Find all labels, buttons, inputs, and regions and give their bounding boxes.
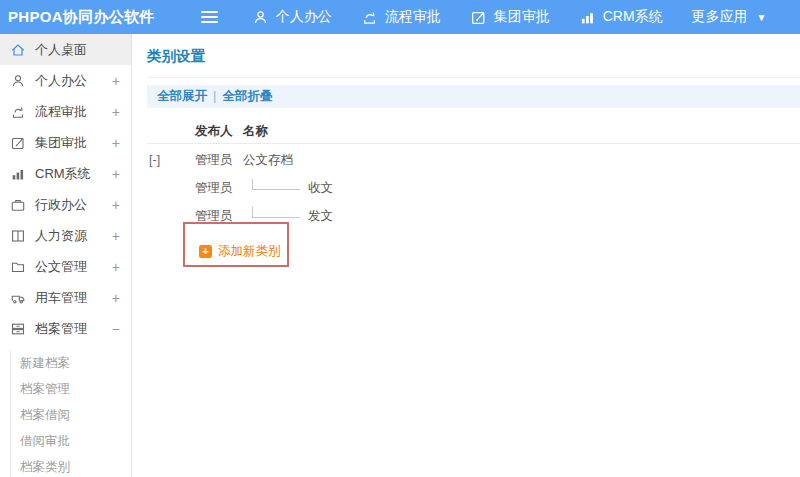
expand-plus-icon[interactable]: +: [112, 136, 120, 150]
expand-plus-icon[interactable]: +: [112, 260, 120, 274]
person-icon: [10, 73, 26, 89]
sidebar: 个人桌面 个人办公 + 流程审批 + 集团审批: [0, 34, 132, 477]
edit-icon: [10, 135, 26, 151]
expand-plus-icon[interactable]: +: [112, 167, 120, 181]
top-bar: PHPOA协同办公软件 个人办公 流程审批 集团审批: [0, 0, 800, 34]
folder-icon: [10, 259, 26, 275]
category-name-label: 发文: [308, 208, 333, 225]
tree-branch-line: [252, 179, 300, 190]
category-name-cell: 收文: [243, 180, 333, 197]
sidebar-item-label: 公文管理: [35, 258, 87, 276]
collapse-toggle[interactable]: [-]: [147, 153, 195, 167]
tree-branch-line: [252, 207, 300, 218]
hamburger-menu-icon[interactable]: [201, 11, 218, 23]
toolbar: 全部展开 | 全部折叠: [147, 85, 800, 108]
caret-down-icon: ▼: [757, 12, 767, 23]
nav-label: 个人办公: [276, 8, 332, 26]
book-icon: [10, 228, 26, 244]
sidebar-subitem-archive-category[interactable]: 档案类别: [20, 454, 131, 477]
sidebar-item-label: 集团审批: [35, 134, 87, 152]
category-name-cell: 公文存档: [243, 152, 293, 169]
sidebar-item-label: CRM系统: [35, 165, 91, 183]
nav-label: CRM系统: [603, 8, 663, 26]
nav-personal-office[interactable]: 个人办公: [252, 8, 332, 26]
top-nav: 个人办公 流程审批 集团审批 CRM系统 更多应用: [252, 8, 767, 26]
edit-icon: [470, 9, 487, 26]
sidebar-item-group-approval[interactable]: 集团审批 +: [0, 127, 131, 158]
home-icon: [10, 42, 26, 58]
plus-icon: +: [199, 245, 212, 258]
sidebar-item-label: 行政办公: [35, 196, 87, 214]
sidebar-item-label: 用车管理: [35, 289, 87, 307]
app-logo: PHPOA协同办公软件: [8, 8, 155, 27]
nav-label: 流程审批: [385, 8, 441, 26]
sidebar-item-document-management[interactable]: 公文管理 +: [0, 251, 131, 282]
car-icon: [10, 290, 26, 306]
sidebar-subitem-borrow-approval[interactable]: 借阅审批: [20, 428, 131, 454]
sidebar-item-label: 流程审批: [35, 103, 87, 121]
toolbar-separator: |: [213, 89, 216, 103]
nav-group-approval[interactable]: 集团审批: [470, 8, 550, 26]
nav-label: 集团审批: [494, 8, 550, 26]
sidebar-item-human-resources[interactable]: 人力资源 +: [0, 220, 131, 251]
publisher-cell: 管理员: [195, 180, 243, 197]
sidebar-item-archive-management[interactable]: 档案管理 −: [0, 313, 131, 344]
expand-plus-icon[interactable]: +: [112, 198, 120, 212]
category-name-label: 收文: [308, 180, 333, 197]
flow-icon: [361, 9, 378, 26]
category-table: 发布人 名称 [-] 管理员 公文存档 管理员 收文: [147, 120, 800, 230]
chart-icon: [579, 9, 596, 26]
collapse-all-link[interactable]: 全部折叠: [222, 88, 272, 105]
sidebar-item-label: 个人办公: [35, 72, 87, 90]
app-window: PHPOA协同办公软件 个人办公 流程审批 集团审批: [0, 0, 800, 477]
expand-plus-icon[interactable]: +: [112, 229, 120, 243]
sidebar-subitem-archive-borrow[interactable]: 档案借阅: [20, 402, 131, 428]
expand-plus-icon[interactable]: +: [112, 291, 120, 305]
nav-process-approval[interactable]: 流程审批: [361, 8, 441, 26]
sidebar-subitem-new-archive[interactable]: 新建档案: [20, 350, 131, 376]
briefcase-icon: [10, 197, 26, 213]
table-row: 管理员 发文: [147, 202, 800, 230]
sidebar-submenu-archive: 新建档案 档案管理 档案借阅 借阅审批 档案类别: [10, 350, 131, 477]
nav-label: 更多应用: [692, 8, 748, 26]
person-icon: [252, 9, 269, 26]
sidebar-item-label: 人力资源: [35, 227, 87, 245]
add-category-label: 添加新类别: [218, 243, 281, 260]
title-divider: [147, 77, 800, 78]
sidebar-item-personal-office[interactable]: 个人办公 +: [0, 65, 131, 96]
sidebar-item-label: 个人桌面: [35, 41, 87, 59]
table-row: [-] 管理员 公文存档: [147, 146, 800, 174]
sidebar-item-label: 档案管理: [35, 320, 87, 338]
collapse-minus-icon[interactable]: −: [112, 322, 120, 336]
expand-plus-icon[interactable]: +: [112, 74, 120, 88]
expand-plus-icon[interactable]: +: [112, 105, 120, 119]
name-column-header: 名称: [243, 123, 268, 140]
nav-more-apps[interactable]: 更多应用 ▼: [692, 8, 767, 26]
publisher-cell: 管理员: [195, 208, 243, 225]
add-category-button[interactable]: + 添加新类别: [199, 243, 281, 260]
sidebar-subitem-archive-management[interactable]: 档案管理: [20, 376, 131, 402]
table-row: 管理员 收文: [147, 174, 800, 202]
category-name-cell: 发文: [243, 208, 333, 225]
sidebar-item-crm-system[interactable]: CRM系统 +: [0, 158, 131, 189]
sidebar-item-process-approval[interactable]: 流程审批 +: [0, 96, 131, 127]
flow-icon: [10, 104, 26, 120]
archive-icon: [10, 321, 26, 337]
chart-icon: [10, 166, 26, 182]
sidebar-item-personal-desktop[interactable]: 个人桌面: [0, 34, 131, 65]
nav-crm-system[interactable]: CRM系统: [579, 8, 663, 26]
expand-all-link[interactable]: 全部展开: [157, 88, 207, 105]
publisher-column-header: 发布人: [195, 123, 243, 140]
sidebar-item-admin-office[interactable]: 行政办公 +: [0, 189, 131, 220]
main-content: 类别设置 全部展开 | 全部折叠 发布人 名称 [-] 管理员 公文存档: [132, 34, 800, 477]
sidebar-item-vehicle-management[interactable]: 用车管理 +: [0, 282, 131, 313]
publisher-cell: 管理员: [195, 152, 243, 169]
page-title: 类别设置: [147, 47, 800, 66]
table-header-row: 发布人 名称: [147, 120, 800, 144]
